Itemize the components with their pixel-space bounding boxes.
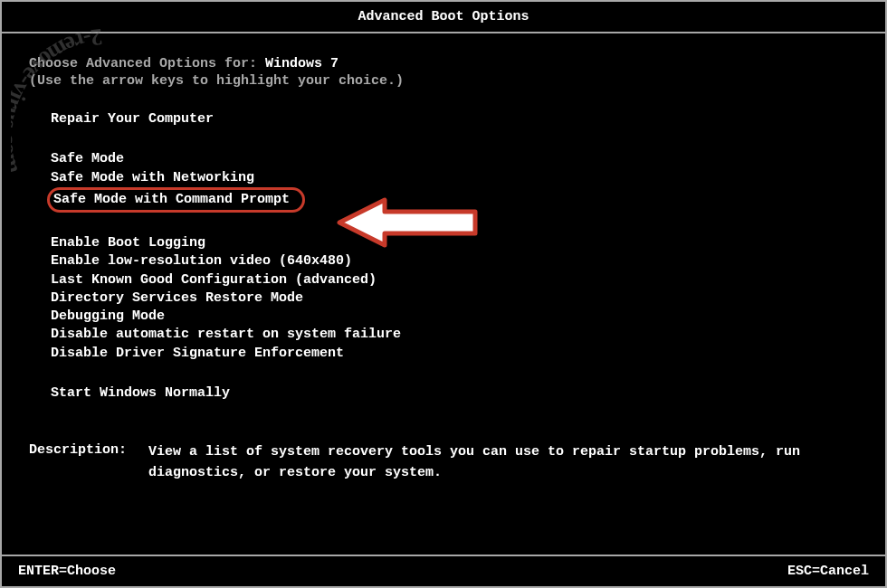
prompt-hint: (Use the arrow keys to highlight your ch… — [29, 73, 858, 89]
option-disable-driver-sig[interactable]: Disable Driver Signature Enforcement — [51, 345, 344, 363]
option-repair-computer[interactable]: Repair Your Computer — [51, 110, 214, 128]
option-start-normally[interactable]: Start Windows Normally — [51, 384, 230, 403]
footer-bar: ENTER=Choose ESC=Cancel — [2, 555, 885, 586]
option-disable-auto-restart[interactable]: Disable automatic restart on system fail… — [51, 326, 401, 344]
content-area: Choose Advanced Options for: Windows 7 (… — [2, 33, 885, 492]
description-block: Description: View a list of system recov… — [29, 442, 858, 483]
footer-enter: ENTER=Choose — [18, 564, 116, 579]
prompt-prefix: Choose Advanced Options for: — [29, 56, 265, 71]
prompt-line: Choose Advanced Options for: Windows 7 — [29, 56, 858, 71]
option-low-res-video[interactable]: Enable low-resolution video (640x480) — [51, 252, 352, 270]
option-directory-services-restore[interactable]: Directory Services Restore Mode — [51, 289, 303, 308]
option-safe-mode[interactable]: Safe Mode — [51, 150, 124, 168]
title-bar: Advanced Boot Options — [2, 2, 885, 33]
option-safe-mode-networking[interactable]: Safe Mode with Networking — [51, 169, 254, 187]
option-safe-mode-command-prompt[interactable]: Safe Mode with Command Prompt — [47, 187, 305, 213]
page-title: Advanced Boot Options — [358, 9, 529, 24]
description-label: Description: — [29, 442, 148, 483]
description-text: View a list of system recovery tools you… — [148, 442, 858, 483]
footer-esc: ESC=Cancel — [787, 564, 869, 579]
prompt-os: Windows 7 — [265, 56, 339, 71]
option-enable-boot-logging[interactable]: Enable Boot Logging — [51, 234, 205, 252]
option-last-known-good[interactable]: Last Known Good Configuration (advanced) — [51, 271, 377, 289]
option-debugging-mode[interactable]: Debugging Mode — [51, 308, 165, 326]
